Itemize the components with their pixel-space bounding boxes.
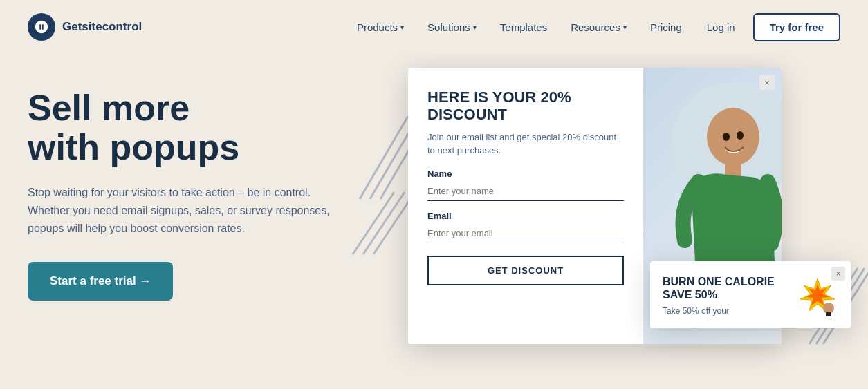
svg-point-12 xyxy=(737,131,744,140)
burn-calorie-popup: × BURN ONE CALORIE SAVE 50% Take 50% off… xyxy=(650,261,851,328)
nav-login[interactable]: Log in xyxy=(696,16,746,39)
popup-small-image xyxy=(797,275,838,316)
svg-point-15 xyxy=(823,303,834,314)
logo-icon xyxy=(28,13,55,41)
hero-section: Sell more with popups Stop waiting for y… xyxy=(0,54,868,389)
logo-link[interactable]: Getsitecontrol xyxy=(28,13,142,41)
svg-point-11 xyxy=(723,133,730,141)
nav-solutions[interactable]: Solutions ▾ xyxy=(418,16,486,39)
solutions-chevron-icon: ▾ xyxy=(473,23,477,31)
logo-text: Getsitecontrol xyxy=(62,20,142,34)
get-discount-button[interactable]: GET DISCOUNT xyxy=(427,256,624,285)
nav-products[interactable]: Products ▾ xyxy=(347,16,414,39)
email-field-label: Email xyxy=(427,211,624,221)
nav-resources[interactable]: Resources ▾ xyxy=(561,16,636,39)
nav-pricing[interactable]: Pricing xyxy=(640,16,692,39)
svg-point-9 xyxy=(707,108,759,166)
nav-links: Products ▾ Solutions ▾ Templates Resourc… xyxy=(347,16,692,39)
popup-main-close[interactable]: × xyxy=(759,75,775,90)
popup-main-content: HERE IS YOUR 20% DISCOUNT Join our email… xyxy=(408,68,643,344)
products-chevron-icon: ▾ xyxy=(400,23,404,31)
email-input[interactable] xyxy=(427,224,624,243)
hero-description: Stop waiting for your visitors to take a… xyxy=(28,184,346,237)
burst-icon xyxy=(797,275,838,316)
popup-main-subtitle: Join our email list and get special 20% … xyxy=(427,131,624,158)
resources-chevron-icon: ▾ xyxy=(623,23,627,31)
name-field-label: Name xyxy=(427,169,624,179)
popup-small-description: Take 50% off your xyxy=(663,305,788,317)
svg-rect-10 xyxy=(725,163,741,177)
logo-svg xyxy=(34,19,49,35)
popup-small-title: BURN ONE CALORIE SAVE 50% xyxy=(663,275,788,301)
nav-try-free[interactable]: Try for free xyxy=(753,13,840,41)
hero-left: Sell more with popups Stop waiting for y… xyxy=(28,75,373,389)
popup-small-content: BURN ONE CALORIE SAVE 50% Take 50% off y… xyxy=(663,275,788,317)
popup-main-title: HERE IS YOUR 20% DISCOUNT xyxy=(427,88,624,124)
name-input[interactable] xyxy=(427,182,624,201)
navbar: Getsitecontrol Products ▾ Solutions ▾ Te… xyxy=(0,0,868,54)
hero-title: Sell more with popups xyxy=(28,88,373,167)
popup-small-close[interactable]: × xyxy=(831,267,845,281)
nav-templates[interactable]: Templates xyxy=(490,16,557,39)
hero-cta-button[interactable]: Start a free trial → xyxy=(28,262,173,301)
svg-rect-16 xyxy=(826,312,831,316)
